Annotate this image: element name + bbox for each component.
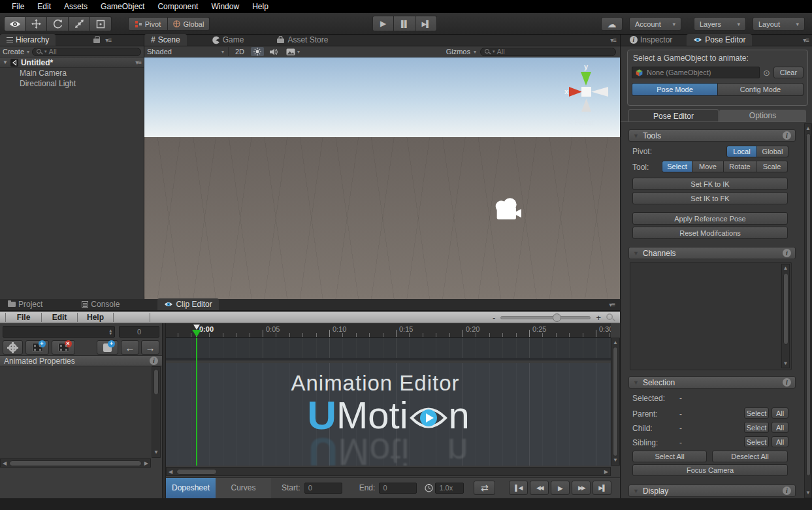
pivot-global-button[interactable]: Global [757,146,788,157]
playhead-marker[interactable] [193,325,200,330]
tools-section-header[interactable]: ▼ Tools i [628,129,796,142]
tool-rotate-button[interactable]: Rotate [724,161,756,172]
effects-toggle[interactable]: ▾ [284,48,302,56]
tab-pose-editor[interactable]: Pose Editor [687,34,752,46]
hierarchy-item-directional-light[interactable]: Directional Light [0,78,144,89]
playback-speed-field[interactable]: 1.0x [435,483,464,494]
timeline-track-band[interactable] [166,338,611,360]
sibling-all-button[interactable]: All [771,436,788,447]
end-field[interactable]: 0 [379,483,417,494]
sibling-select-button[interactable]: Select [744,436,769,447]
pause-button[interactable]: ▌▌ [394,16,415,31]
menu-window[interactable]: Window [204,2,246,11]
dopesheet-area[interactable]: Animation Editor U Moti n U Moti [166,363,611,466]
dopesheet-vscrollbar[interactable]: ▲ ▼ [611,338,620,466]
deselect-all-button[interactable]: Deselect All [712,451,788,462]
scroll-left-icon[interactable]: ◀ [3,460,7,466]
menu-gameobject[interactable]: GameObject [94,2,151,11]
playhead-triangle[interactable] [192,330,201,337]
scroll-right-icon[interactable]: ▶ [144,460,148,466]
scrollbar-thumb[interactable] [154,369,159,395]
foldout-icon[interactable]: ▼ [3,59,8,65]
delete-clip-button[interactable]: × [52,340,75,355]
info-icon[interactable]: i [783,378,791,387]
add-clip-button[interactable]: + [25,340,49,355]
layout-dropdown[interactable]: Layout ▾ [753,17,805,31]
step-button[interactable]: ▶▌ [415,16,437,31]
move-tool-button[interactable] [25,16,47,31]
info-icon[interactable]: i [150,357,158,365]
scroll-right-icon[interactable]: ▶ [604,469,608,475]
scale-tool-button[interactable] [69,16,90,31]
scroll-up-icon[interactable]: ▲ [611,340,619,346]
scrollbar-thumb[interactable] [613,347,618,456]
scrollbar-thumb[interactable] [806,133,811,476]
go-to-end-button[interactable]: ▶▌ [593,481,611,495]
timeline-play-button[interactable]: ▶ [551,481,570,495]
object-picker-icon[interactable]: ⊙ [763,68,770,78]
selection-section-header[interactable]: ▼ Selection i [628,376,796,389]
prev-keyframe-button[interactable]: ← [121,340,139,355]
next-keyframe-button[interactable]: → [141,340,159,355]
tab-hierarchy[interactable]: Hierarchy [0,34,56,46]
child-select-button[interactable]: Select [744,422,769,433]
parent-all-button[interactable]: All [771,407,788,419]
inner-tab-pose-editor[interactable]: Pose Editor [628,109,719,122]
gizmos-dropdown[interactable]: Gizmos ▾ [446,48,476,56]
scroll-down-icon[interactable]: ▼ [782,360,789,367]
view-tool-button[interactable] [4,16,25,31]
info-icon[interactable]: i [783,486,791,495]
cloud-button[interactable]: ☁ [601,17,623,31]
curves-tab-button[interactable]: Curves [216,478,271,498]
scrollbar-thumb[interactable] [176,469,217,475]
channels-section-header[interactable]: ▼ Channels i [628,247,796,259]
global-toggle-button[interactable]: Global [168,17,210,31]
lock-icon[interactable] [93,39,100,43]
scroll-up-icon[interactable]: ▲ [782,265,789,272]
magnifier-icon[interactable] [606,313,615,322]
tool-select-button[interactable]: Select [662,161,692,172]
hierarchy-scene-row[interactable]: ▼ Untitled* ▾≡ [0,57,144,68]
camera-gizmo-icon[interactable] [493,196,524,225]
hierarchy-item-main-camera[interactable]: Main Camera [0,68,144,78]
scroll-down-icon[interactable]: ▼ [805,490,811,496]
menu-help[interactable]: Help [246,2,275,11]
tool-scale-button[interactable]: Scale [756,161,788,172]
scroll-left-icon[interactable]: ◀ [169,469,172,475]
timeline-ruler[interactable]: 0:00 0:05 0:10 0:15 0:20 0:25 0:30 [166,323,611,338]
audio-toggle[interactable] [268,48,280,56]
panel-menu-icon[interactable]: ▾≡ [803,37,809,44]
zoom-slider-thumb[interactable] [553,313,561,322]
child-all-button[interactable]: All [771,422,788,433]
scene-orientation-gizmo[interactable]: y x [560,62,613,124]
menu-file[interactable]: File [5,2,31,11]
shaded-dropdown[interactable]: Shaded ▾ [147,48,224,56]
clip-select-dropdown[interactable]: ▴ ▾ [3,326,115,338]
set-fk-to-ik-button[interactable]: Set FK to IK [632,178,788,190]
add-keyframe-button[interactable]: + [97,340,118,355]
rewind-button[interactable]: ◀◀ [530,481,549,495]
rect-tool-button[interactable] [90,16,112,31]
toggle-2d[interactable]: 2D [233,48,247,56]
zoom-in-label[interactable]: + [596,313,601,323]
create-dropdown[interactable]: Create ▾ [3,48,29,56]
tool-move-button[interactable]: Move [692,161,724,172]
menu-component[interactable]: Component [151,2,204,11]
tab-inspector[interactable]: i Inspector [623,34,679,46]
pivot-local-button[interactable]: Local [726,146,757,157]
account-dropdown[interactable]: Account ▾ [629,17,681,31]
scroll-down-icon[interactable]: ▼ [152,449,160,456]
scroll-down-icon[interactable]: ▼ [611,457,619,464]
tab-scene[interactable]: # Scene [144,34,187,46]
zoom-out-label[interactable]: - [493,313,495,323]
lighting-toggle[interactable] [251,47,264,56]
tab-project[interactable]: Project [1,298,49,310]
properties-vscrollbar[interactable]: ▲ ▼ [152,366,161,458]
pivot-toggle-button[interactable]: Pivot [128,17,168,31]
config-mode-button[interactable]: Config Mode [718,83,804,96]
display-section-header[interactable]: ▼ Display i [628,485,796,497]
go-to-start-button[interactable]: ▌◀ [509,481,528,495]
tab-game[interactable]: Game [205,34,251,46]
animated-properties-list[interactable] [0,366,151,458]
layers-dropdown[interactable]: Layers ▾ [694,17,746,31]
